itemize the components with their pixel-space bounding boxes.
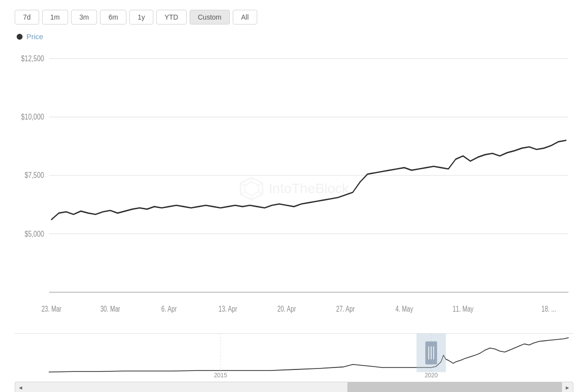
svg-text:$7,500: $7,500 [24, 170, 44, 179]
legend-label: Price [26, 32, 43, 41]
svg-text:13. Apr: 13. Apr [219, 305, 237, 314]
time-range-bar: 7d1m3m6m1yYTDCustomAll [15, 10, 573, 24]
scrollbar[interactable]: ◄ ► [15, 382, 573, 392]
svg-text:4. May: 4. May [395, 305, 414, 314]
page-container: 7d1m3m6m1yYTDCustomAll Price IntoTheBloc [0, 0, 588, 392]
time-btn-1y[interactable]: 1y [129, 10, 153, 24]
svg-text:$12,500: $12,500 [21, 53, 44, 63]
scroll-right-arrow[interactable]: ► [562, 382, 573, 392]
svg-text:23. Mar: 23. Mar [42, 305, 62, 314]
time-btn-3m[interactable]: 3m [71, 10, 97, 24]
svg-text:2015: 2015 [214, 372, 227, 379]
main-chart-container: IntoTheBlock $12,500 $10,000 $7,500 $5,0… [15, 46, 573, 331]
time-btn-7d[interactable]: 7d [15, 10, 39, 24]
svg-text:27. Apr: 27. Apr [336, 305, 355, 314]
legend: Price [15, 32, 573, 41]
svg-text:6. Apr: 6. Apr [161, 305, 177, 314]
legend-dot [17, 34, 23, 40]
svg-text:2020: 2020 [425, 372, 438, 379]
svg-text:18. ...: 18. ... [541, 305, 556, 314]
time-btn-1m[interactable]: 1m [42, 10, 68, 24]
mini-chart-container: 2015 2020 [15, 333, 573, 380]
scroll-left-arrow[interactable]: ◄ [15, 382, 26, 392]
main-chart-svg: $12,500 $10,000 $7,500 $5,000 23. Mar 30… [15, 46, 573, 331]
svg-text:30. Mar: 30. Mar [100, 305, 121, 314]
svg-text:$5,000: $5,000 [24, 229, 44, 238]
time-btn-custom[interactable]: Custom [190, 10, 230, 24]
mini-chart-svg: 2015 2020 [15, 334, 573, 380]
chart-wrapper: IntoTheBlock $12,500 $10,000 $7,500 $5,0… [15, 46, 573, 387]
mini-chart-section: 2015 2020 [15, 333, 573, 387]
scroll-track[interactable] [26, 382, 562, 392]
time-btn-ytd[interactable]: YTD [156, 10, 187, 24]
svg-text:11. May: 11. May [453, 305, 474, 314]
svg-text:20. Apr: 20. Apr [277, 305, 296, 314]
svg-text:$10,000: $10,000 [21, 112, 44, 121]
time-btn-all[interactable]: All [233, 10, 257, 24]
scroll-thumb[interactable] [347, 382, 562, 392]
time-btn-6m[interactable]: 6m [100, 10, 126, 24]
